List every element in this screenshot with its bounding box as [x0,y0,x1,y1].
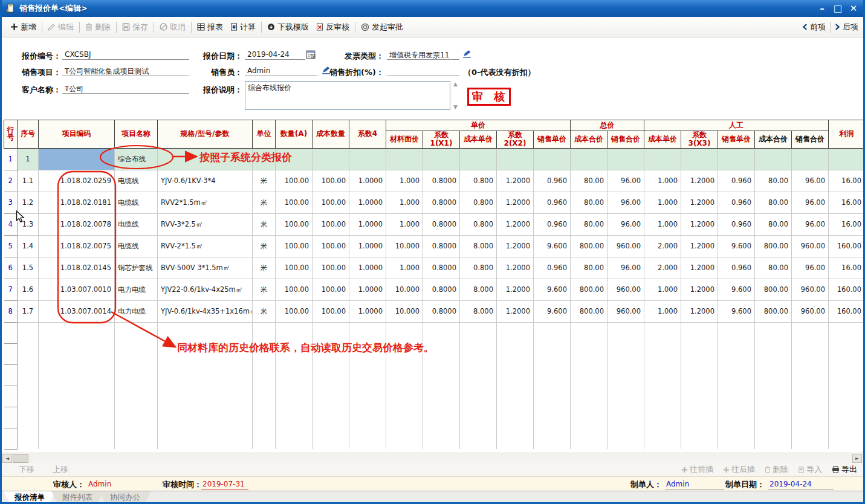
insert-after-button[interactable]: 往后插 [723,464,755,475]
cell-2[interactable]: 电力电缆 [115,279,158,300]
cell-4[interactable] [253,364,276,386]
cell-6[interactable]: 100.00 [313,235,349,257]
cell-8[interactable]: 10.000 [386,300,423,322]
maker-value[interactable]: Admin [665,480,724,489]
cell-7[interactable] [349,386,386,407]
cell-20[interactable]: 16.00 [829,170,865,192]
cell-1[interactable] [39,407,115,428]
cell-0[interactable]: 1.1 [18,170,39,192]
cell-14[interactable] [607,148,644,170]
cell-17[interactable]: 9.600 [718,300,755,322]
maximize-button[interactable]: □ [830,1,846,16]
cell-16[interactable] [681,364,718,386]
cell-12[interactable]: 9.600 [534,300,571,322]
cell-19[interactable]: 960.00 [792,300,829,322]
cell-9[interactable] [423,428,460,449]
cell-4[interactable]: 米 [253,279,276,300]
cell-17[interactable]: 0.960 [718,170,755,192]
cell-0[interactable]: 1.3 [18,213,39,235]
cell-12[interactable] [534,343,571,364]
cell-11[interactable] [497,148,534,170]
row-number-cell[interactable] [4,428,18,449]
cell-11[interactable]: 1.2000 [497,257,534,279]
cell-6[interactable] [313,386,349,407]
cell-2[interactable] [115,386,158,407]
cell-11[interactable]: 1.2000 [497,213,534,235]
cell-8[interactable] [386,407,423,428]
cell-12[interactable]: 9.600 [534,279,571,300]
cell-11[interactable] [497,407,534,428]
cell-11[interactable]: 1.2000 [497,170,534,192]
cell-14[interactable] [607,364,644,386]
cell-10[interactable] [460,386,497,407]
cell-13[interactable]: 80.00 [571,257,607,279]
invoice-edit-pencil-icon[interactable] [462,49,472,59]
cell-4[interactable] [253,407,276,428]
cell-5[interactable]: 100.00 [276,300,313,322]
cell-11[interactable]: 1.2000 [497,192,534,213]
cell-17[interactable] [718,343,755,364]
cell-9[interactable] [423,407,460,428]
cell-7[interactable] [349,407,386,428]
cell-9[interactable]: 0.8000 [423,257,460,279]
cell-18[interactable] [755,407,792,428]
cell-5[interactable] [276,428,313,449]
cell-10[interactable]: 8.000 [460,235,497,257]
quote-date-field[interactable]: 2019-04-24 [245,50,305,60]
cell-19[interactable] [792,386,829,407]
cell-17[interactable]: 0.960 [718,213,755,235]
cell-14[interactable]: 960.00 [607,279,644,300]
cell-15[interactable]: 1.000 [644,192,681,213]
cell-14[interactable]: 96.00 [607,192,644,213]
cell-15[interactable] [644,322,681,343]
cell-16[interactable]: 1.2000 [681,257,718,279]
memo-textarea[interactable]: 综合布线报价 [245,81,450,110]
anti-audit-button[interactable]: 反审核 [313,20,353,34]
cell-16[interactable]: 1.2000 [681,235,718,257]
salesman-field[interactable]: Admin [245,66,317,76]
cell-0[interactable]: 1.7 [18,300,39,322]
cell-15[interactable] [644,386,681,407]
quote-no-field[interactable]: CXCSBJ [62,50,189,60]
edit-button[interactable]: 编辑 [44,20,77,34]
cell-0[interactable]: 1.5 [18,257,39,279]
cell-20[interactable] [829,407,865,428]
cell-12[interactable] [534,148,571,170]
cell-2[interactable]: 电力电缆 [115,300,158,322]
cell-6[interactable]: 100.00 [313,213,349,235]
scroll-left-icon[interactable]: ◄ [2,454,12,463]
cell-8[interactable]: 10.000 [386,279,423,300]
tab-attachments[interactable]: 附件列表 [51,491,103,502]
cell-17[interactable]: 9.600 [718,235,755,257]
calc-button[interactable]: ¥ 计算 [227,20,259,34]
cell-6[interactable] [313,407,349,428]
cell-13[interactable] [571,364,607,386]
cell-0[interactable] [18,322,39,343]
cell-10[interactable] [460,322,497,343]
cell-9[interactable]: 0.8000 [423,170,460,192]
cell-5[interactable] [276,364,313,386]
next-item-button[interactable]: 后项 [843,22,858,33]
cell-19[interactable]: 960.00 [792,235,829,257]
cancel-button[interactable]: 取消 [156,20,189,34]
cell-14[interactable]: 960.00 [607,235,644,257]
cell-5[interactable]: 100.00 [276,192,313,213]
cell-17[interactable] [718,148,755,170]
cell-0[interactable] [18,428,39,449]
cell-20[interactable]: 16.00 [829,257,865,279]
cell-3[interactable] [158,428,253,449]
row-number-cell[interactable]: 4 [4,213,18,235]
cell-16[interactable] [681,386,718,407]
cell-7[interactable]: 1.0000 [349,170,386,192]
cell-14[interactable]: 96.00 [607,257,644,279]
cell-12[interactable]: 0.960 [534,192,571,213]
cell-14[interactable] [607,407,644,428]
cell-12[interactable] [534,407,571,428]
cell-1[interactable] [39,386,115,407]
row-number-cell[interactable]: 2 [4,170,18,192]
cell-10[interactable] [460,148,497,170]
memo-scrollbar[interactable]: ▲▼ [452,81,459,110]
cell-18[interactable]: 80.00 [755,213,792,235]
cell-10[interactable] [460,364,497,386]
cell-8[interactable] [386,428,423,449]
